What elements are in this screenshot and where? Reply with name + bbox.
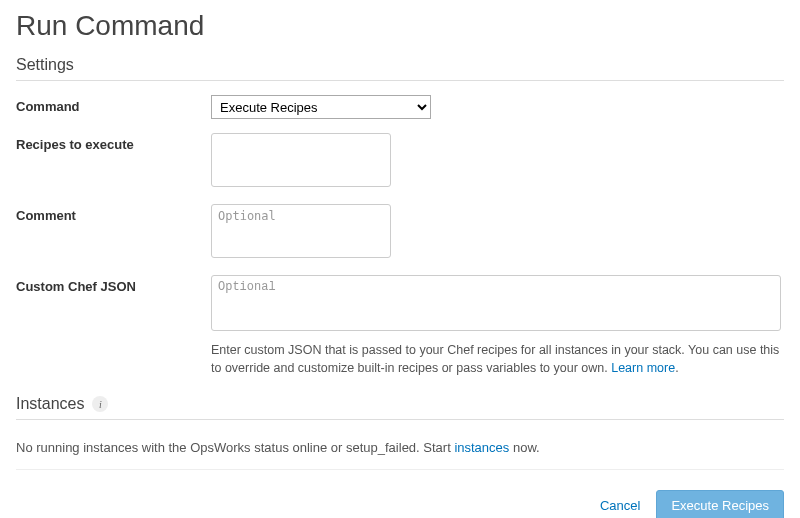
instances-heading-text: Instances	[16, 395, 84, 413]
chef-json-input[interactable]	[211, 275, 781, 331]
learn-more-link[interactable]: Learn more	[611, 361, 675, 375]
info-icon: i	[92, 396, 108, 412]
execute-recipes-button[interactable]: Execute Recipes	[656, 490, 784, 518]
footer-actions: Cancel Execute Recipes	[16, 490, 784, 518]
chef-json-help-text: Enter custom JSON that is passed to your…	[211, 343, 779, 375]
chef-json-help-post: .	[675, 361, 678, 375]
command-label: Command	[16, 95, 211, 114]
settings-section: Settings Command Execute Recipes Recipes…	[16, 56, 784, 377]
cancel-button[interactable]: Cancel	[600, 498, 640, 513]
settings-heading: Settings	[16, 56, 784, 81]
command-select[interactable]: Execute Recipes	[211, 95, 431, 119]
comment-label: Comment	[16, 204, 211, 223]
instances-section: Instances i No running instances with th…	[16, 395, 784, 470]
row-chef-json: Custom Chef JSON Enter custom JSON that …	[16, 275, 784, 377]
row-command: Command Execute Recipes	[16, 95, 784, 119]
page-title: Run Command	[16, 10, 784, 42]
comment-input[interactable]	[211, 204, 391, 258]
instances-message-pre: No running instances with the OpsWorks s…	[16, 440, 454, 455]
row-recipes: Recipes to execute	[16, 133, 784, 190]
recipes-label: Recipes to execute	[16, 133, 211, 152]
chef-json-label: Custom Chef JSON	[16, 275, 211, 294]
row-comment: Comment	[16, 204, 784, 261]
instances-message: No running instances with the OpsWorks s…	[16, 434, 784, 470]
instances-heading: Instances i	[16, 395, 784, 420]
instances-message-post: now.	[509, 440, 539, 455]
chef-json-help: Enter custom JSON that is passed to your…	[211, 342, 781, 377]
recipes-input[interactable]	[211, 133, 391, 187]
instances-link[interactable]: instances	[454, 440, 509, 455]
